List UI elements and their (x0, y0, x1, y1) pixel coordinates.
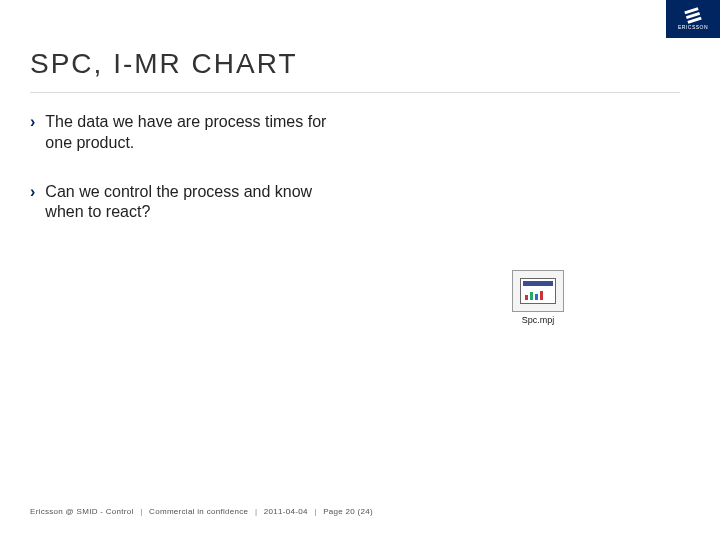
title-divider (30, 92, 680, 93)
ericsson-bars-icon (684, 7, 701, 24)
file-icon (512, 270, 564, 312)
bullet-mark-icon: › (30, 182, 35, 224)
footer-segment: Commercial in confidence (149, 507, 248, 516)
embedded-file[interactable]: Spc.mpj (510, 270, 566, 325)
bullet-text: The data we have are process times for o… (45, 112, 350, 154)
footer-separator: | (140, 507, 142, 516)
bullet-mark-icon: › (30, 112, 35, 154)
footer-separator: | (314, 507, 316, 516)
brand-name: ERICSSON (678, 24, 708, 30)
list-item: › The data we have are process times for… (30, 112, 350, 154)
brand-logo: ERICSSON (666, 0, 720, 38)
footer-segment: Ericsson @ SMID - Control (30, 507, 134, 516)
page-title: SPC, I-MR CHART (30, 48, 298, 80)
list-item: › Can we control the process and know wh… (30, 182, 350, 224)
bullet-text: Can we control the process and know when… (45, 182, 350, 224)
footer-segment: 2011-04-04 (264, 507, 308, 516)
bullet-list: › The data we have are process times for… (30, 112, 350, 251)
file-label: Spc.mpj (510, 315, 566, 325)
footer-separator: | (255, 507, 257, 516)
slide-footer: Ericsson @ SMID - Control | Commercial i… (30, 507, 373, 516)
footer-segment: Page 20 (24) (323, 507, 373, 516)
